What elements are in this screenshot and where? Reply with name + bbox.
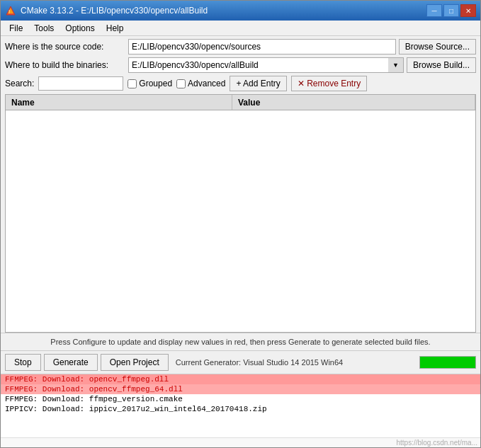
menu-options[interactable]: Options [60,22,100,35]
progress-fill [420,357,475,368]
search-input[interactable] [38,76,123,91]
app-icon: ! [5,5,16,16]
advanced-checkbox[interactable] [176,79,186,88]
stop-button[interactable]: Stop [5,354,41,371]
log-line: IPPICV: Download: ippicv_2017u2_win_inte… [1,404,480,414]
window-controls: ─ □ ✕ [426,4,476,17]
grouped-checkbox[interactable] [128,79,137,88]
log-line: FFMPEG: Download: ffmpeg_version.cmake [1,394,480,404]
advanced-checkbox-label[interactable]: Advanced [176,79,225,88]
col-header-name: Name [6,95,232,110]
menu-tools[interactable]: Tools [28,22,60,35]
source-row: Where is the source code: Browse Source.… [5,39,476,54]
search-label: Search: [5,79,34,88]
build-input-container: ▼ [128,57,404,73]
remove-entry-button[interactable]: ✕ Remove Entry [291,76,367,91]
build-dropdown-arrow[interactable]: ▼ [388,57,404,73]
advanced-label: Advanced [188,79,225,88]
browse-build-button[interactable]: Browse Build... [407,57,476,73]
maximize-button[interactable]: □ [443,4,459,17]
browse-source-button[interactable]: Browse Source... [399,39,476,54]
log-line: FFMPEG: Download: opencv_ffmpeg.dll [1,374,480,384]
progress-bar [419,356,476,369]
open-project-button[interactable]: Open Project [101,354,169,371]
table-header: Name Value [6,95,475,110]
search-row: Search: Grouped Advanced + Add Entry ✕ R… [5,76,476,91]
source-input[interactable] [128,39,396,54]
add-entry-button[interactable]: + Add Entry [230,76,286,91]
window-title: CMake 3.13.2 - E:/LIB/opencv330/opencv/a… [21,6,426,16]
build-label: Where to build the binaries: [5,60,125,70]
grouped-checkbox-label[interactable]: Grouped [128,79,172,88]
log-area[interactable]: FFMPEG: Download: opencv_ffmpeg.dllFFMPE… [1,374,480,437]
watermark: https://blog.csdn.net/ma... [1,437,480,447]
build-row: Where to build the binaries: ▼ Browse Bu… [5,57,476,73]
close-button[interactable]: ✕ [460,4,476,17]
menu-help[interactable]: Help [101,22,130,35]
svg-text:!: ! [9,8,10,15]
config-table: Name Value [5,94,476,333]
col-header-value: Value [232,95,475,110]
bottom-toolbar: Stop Generate Open Project Current Gener… [1,350,480,374]
title-bar: ! CMake 3.13.2 - E:/LIB/opencv330/opencv… [1,1,480,21]
generator-label: Current Generator: Visual Studio 14 2015… [171,358,417,367]
build-input[interactable] [128,57,388,73]
source-label: Where is the source code: [5,42,125,52]
menu-bar: File Tools Options Help [1,21,480,36]
log-line: FFMPEG: Download: opencv_ffmpeg_64.dll [1,384,480,394]
minimize-button[interactable]: ─ [426,4,442,17]
menu-file[interactable]: File [4,22,28,35]
status-area: Press Configure to update and display ne… [1,333,480,350]
grouped-label: Grouped [139,79,172,88]
status-message: Press Configure to update and display ne… [50,338,430,346]
toolbar-area: Where is the source code: Browse Source.… [1,36,480,94]
generate-button[interactable]: Generate [44,354,98,371]
main-window: ! CMake 3.13.2 - E:/LIB/opencv330/opencv… [0,0,481,448]
table-body [6,110,475,332]
